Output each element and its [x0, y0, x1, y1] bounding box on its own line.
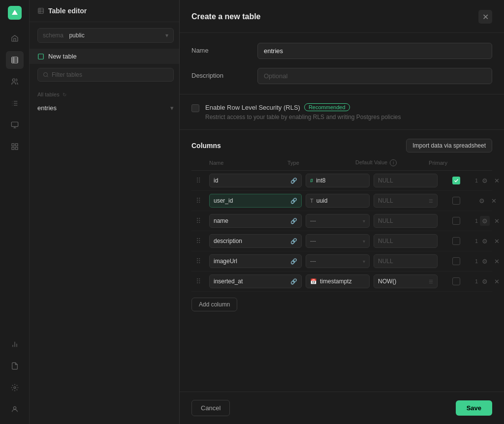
drag-handle-id[interactable]: ⠿ — [191, 177, 205, 184]
col-gear-user_id[interactable]: ⚙ — [477, 196, 487, 206]
new-table-item[interactable]: New table — [30, 49, 182, 64]
sidebar-icon-monitor[interactable] — [6, 116, 24, 134]
col-actions-imageUrl: 1 ⚙ ✕ — [475, 256, 504, 266]
dialog-header: Create a new table ✕ — [180, 0, 504, 33]
link-icon-name[interactable]: 🔗 — [290, 218, 297, 224]
col-name-name: 🔗 — [209, 214, 302, 228]
table-name: entries — [37, 104, 57, 112]
sidebar-icon-grid[interactable] — [6, 138, 24, 155]
col-gear-name[interactable]: ⚙ — [480, 216, 490, 226]
main-content: Create a new table ✕ Name Description — [204, 0, 504, 424]
name-row: Name — [191, 43, 492, 59]
col-name-imageUrl: 🔗 — [209, 254, 302, 268]
col-default-input-user_id[interactable] — [378, 197, 427, 204]
dialog-body: Name Description Enable Row Level Securi… — [180, 33, 504, 392]
col-type-description[interactable]: --- ▾ — [306, 234, 370, 248]
col-type-name[interactable]: --- ▾ — [306, 214, 370, 228]
col-delete-user_id[interactable]: ✕ — [489, 196, 499, 206]
save-button[interactable]: Save — [456, 400, 492, 416]
col-type-id[interactable]: # int8 — [306, 174, 370, 187]
left-panel: Table editor schema public ▾ New table F… — [30, 0, 182, 424]
table-row: ⠿ 🔗 T uuid ☰ — [191, 191, 492, 211]
sidebar-icon-user[interactable] — [6, 400, 24, 418]
col-gear-id[interactable]: ⚙ — [480, 176, 490, 185]
primary-check-description[interactable] — [452, 237, 460, 245]
schema-value: public — [69, 32, 84, 39]
col-gear-inserted_at[interactable]: ⚙ — [480, 276, 490, 286]
drag-handle-inserted_at[interactable]: ⠿ — [191, 277, 205, 285]
sidebar-icon-barchart[interactable] — [6, 335, 24, 353]
dialog-close-button[interactable]: ✕ — [478, 10, 492, 24]
col-default-input-description[interactable] — [378, 238, 433, 244]
link-icon-id[interactable]: 🔗 — [290, 178, 297, 184]
col-default-input-inserted_at[interactable] — [378, 278, 427, 285]
col-delete-name[interactable]: ✕ — [492, 216, 502, 226]
primary-check-id[interactable] — [452, 177, 460, 184]
col-default-user_id: ☰ — [374, 194, 438, 208]
primary-cell-inserted_at — [441, 277, 471, 285]
drag-handle-description[interactable]: ⠿ — [191, 237, 205, 245]
col-name-input-name[interactable] — [214, 217, 287, 224]
table-entry-entries[interactable]: entries ▾ — [30, 100, 182, 116]
table-row: ⠿ 🔗 # int8 — [191, 171, 492, 191]
col-gear-imageUrl[interactable]: ⚙ — [480, 256, 490, 266]
name-input[interactable] — [257, 43, 492, 59]
drag-handle-user_id[interactable]: ⠿ — [191, 197, 205, 205]
col-type-user_id[interactable]: T uuid — [306, 194, 370, 208]
import-spreadsheet-button[interactable]: Import data via spreadsheet — [406, 139, 492, 152]
rls-checkbox[interactable] — [191, 104, 199, 112]
name-label: Name — [191, 43, 246, 54]
link-icon-user_id[interactable]: 🔗 — [290, 198, 297, 204]
link-icon-imageUrl[interactable]: 🔗 — [290, 258, 297, 265]
create-table-dialog: Create a new table ✕ Name Description — [179, 0, 504, 424]
col-name-inserted_at: 🔗 — [209, 274, 302, 288]
svg-marker-0 — [12, 10, 18, 15]
sidebar-icon-table[interactable] — [6, 51, 24, 69]
add-column-button[interactable]: Add column — [191, 298, 237, 311]
sidebar-icon-list[interactable] — [6, 94, 24, 112]
primary-cell-id — [441, 177, 471, 184]
col-name-input-description[interactable] — [214, 238, 287, 244]
drag-handle-name[interactable]: ⠿ — [191, 217, 205, 225]
col-type-imageUrl[interactable]: --- ▾ — [306, 254, 370, 268]
expand-icon-inserted_at[interactable]: ☰ — [429, 279, 433, 284]
primary-check-inserted_at[interactable] — [452, 277, 460, 285]
col-gear-description[interactable]: ⚙ — [480, 236, 490, 246]
col-delete-id[interactable]: ✕ — [492, 176, 502, 185]
col-default-input-name[interactable] — [378, 217, 433, 224]
col-delete-imageUrl[interactable]: ✕ — [492, 256, 502, 266]
drag-handle-imageUrl[interactable]: ⠿ — [191, 257, 205, 265]
col-name-input-imageUrl[interactable] — [214, 258, 287, 265]
col-num-name: 1 — [475, 218, 478, 224]
link-icon-description[interactable]: 🔗 — [290, 238, 297, 244]
col-name-input-id[interactable] — [214, 177, 287, 184]
filter-tables-input[interactable]: Filter tables — [37, 68, 174, 82]
col-delete-description[interactable]: ✕ — [492, 236, 502, 246]
panel-header: Table editor — [30, 0, 182, 22]
col-delete-inserted_at[interactable]: ✕ — [492, 276, 502, 286]
primary-check-user_id[interactable] — [452, 197, 460, 205]
col-type-inserted_at[interactable]: 📅 timestamptz — [306, 274, 370, 288]
type-caret-imageUrl: ▾ — [363, 259, 365, 264]
sidebar-icon-home[interactable] — [6, 30, 24, 47]
col-default-input-imageUrl[interactable] — [378, 258, 433, 265]
primary-cell-description — [441, 237, 471, 245]
sidebar-icon-file[interactable] — [6, 357, 24, 375]
col-name-input-user_id[interactable] — [214, 197, 287, 204]
svg-rect-1 — [12, 57, 18, 63]
link-icon-inserted_at[interactable]: 🔗 — [290, 278, 297, 285]
sidebar-icon-settings[interactable] — [6, 379, 24, 396]
schema-select[interactable]: schema public ▾ — [37, 28, 174, 43]
svg-rect-6 — [12, 147, 14, 150]
description-input[interactable] — [257, 68, 492, 84]
col-default-input-id[interactable] — [378, 177, 433, 184]
col-name-id: 🔗 — [209, 174, 302, 187]
cancel-button[interactable]: Cancel — [191, 400, 230, 416]
col-name-input-inserted_at[interactable] — [214, 278, 287, 285]
form-section: Name Description — [180, 33, 504, 94]
primary-check-name[interactable] — [452, 217, 460, 225]
col-type-value-id: int8 — [316, 177, 325, 184]
sidebar-icon-users[interactable] — [6, 73, 24, 91]
expand-icon-user_id[interactable]: ☰ — [429, 198, 433, 204]
primary-check-imageUrl[interactable] — [452, 257, 460, 265]
